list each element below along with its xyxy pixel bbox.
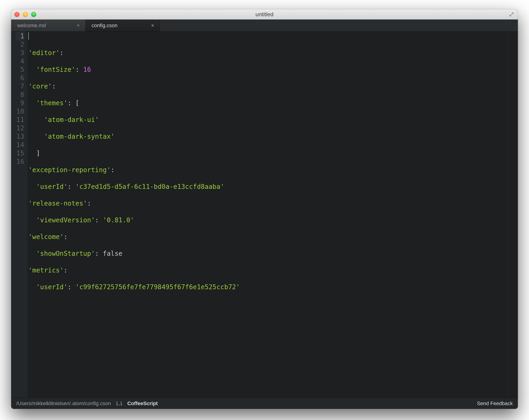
- code-line: 'core':: [28, 82, 509, 91]
- line-number: 9: [16, 99, 24, 107]
- code-line: 'metrics':: [28, 266, 509, 275]
- code-line: ]: [28, 149, 509, 157]
- close-icon[interactable]: ×: [150, 23, 155, 28]
- line-number: 3: [16, 49, 24, 57]
- code-line: 'themes': [: [28, 99, 509, 107]
- code-line: 'fontSize': 16: [28, 65, 509, 74]
- tab-config[interactable]: config.cson ×: [86, 20, 160, 31]
- line-number: 1: [16, 32, 24, 40]
- code-line: 'editor':: [28, 49, 509, 57]
- line-number: 16: [16, 157, 24, 166]
- code-line: 'atom-dark-syntax': [28, 132, 509, 141]
- close-icon[interactable]: ×: [76, 23, 81, 28]
- editor-window: untitled welcome.md × config.cson × 1 2 …: [11, 9, 518, 409]
- titlebar[interactable]: untitled: [11, 9, 518, 20]
- code-line: [28, 300, 509, 308]
- language-mode[interactable]: CoffeeScript: [127, 400, 158, 407]
- tab-label: config.cson: [92, 23, 117, 29]
- cursor-position[interactable]: 1,1: [116, 400, 123, 407]
- code-line: 'atom-dark-ui': [28, 116, 509, 124]
- line-number: 12: [16, 124, 24, 132]
- line-number: 10: [16, 107, 24, 116]
- line-number: 6: [16, 74, 24, 82]
- line-number: 7: [16, 82, 24, 91]
- tab-label: welcome.md: [17, 23, 46, 29]
- status-bar: /Users/mikkelklitnielsen/.atom/config.cs…: [11, 398, 518, 409]
- line-number-gutter: 1 2 3 4 5 6 7 8 9 10 11 12 13 14 15 16: [11, 32, 27, 398]
- window-title: untitled: [11, 11, 518, 18]
- tab-bar: welcome.md × config.cson ×: [11, 20, 518, 32]
- tab-welcome[interactable]: welcome.md ×: [11, 20, 86, 31]
- code-line: 'welcome':: [28, 233, 509, 241]
- code-line: 'userId': 'c37ed1d5-d5af-6c11-bd0a-e13cc…: [28, 183, 509, 191]
- minimap-gutter: [509, 32, 518, 398]
- line-number: 8: [16, 91, 24, 99]
- code-line: 'userId': 'c99f62725756fe7fe7798495f67f6…: [28, 283, 509, 291]
- code-content[interactable]: 'editor': 'fontSize': 16 'core': 'themes…: [27, 32, 509, 398]
- line-number: 11: [16, 116, 24, 124]
- file-path[interactable]: /Users/mikkelklitnielsen/.atom/config.cs…: [16, 400, 111, 407]
- line-number: 14: [16, 141, 24, 149]
- code-line: 'exception-reporting':: [28, 166, 509, 174]
- line-number: 5: [16, 65, 24, 74]
- code-line: 'showOnStartup': false: [28, 250, 509, 258]
- line-number: 4: [16, 57, 24, 65]
- line-number: 13: [16, 132, 24, 141]
- editor-area[interactable]: 1 2 3 4 5 6 7 8 9 10 11 12 13 14 15 16 '…: [11, 32, 518, 398]
- line-number: 15: [16, 149, 24, 157]
- code-line: 'viewedVersion': '0.81.0': [28, 216, 509, 224]
- line-number: 2: [16, 40, 24, 49]
- send-feedback-link[interactable]: Send Feedback: [477, 400, 513, 407]
- code-line: 'release-notes':: [28, 199, 509, 208]
- text-cursor: [28, 32, 29, 40]
